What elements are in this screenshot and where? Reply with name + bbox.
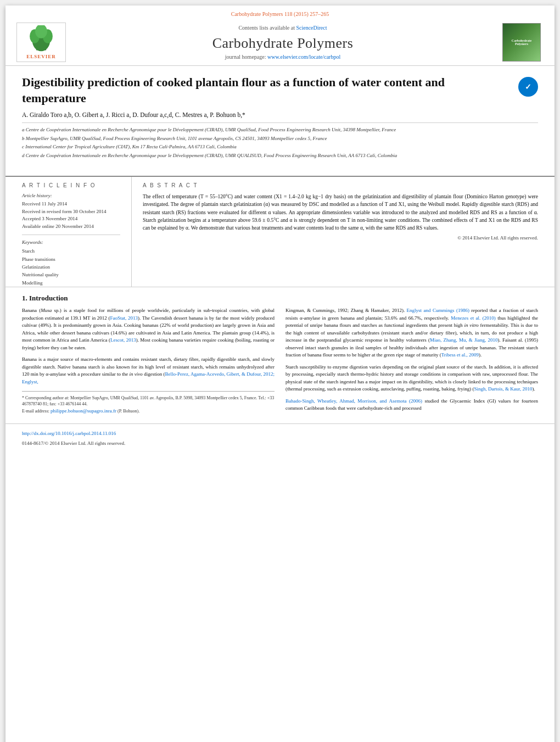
footnote-star: * Corresponding author at: Montpellier S… [22,395,275,407]
faostat-link[interactable]: FaoStat, 2013 [110,315,138,321]
footnote-email: E-mail address: philippe.bohuon@supagro.… [22,408,275,415]
intro-left-col: Banana (Musa sp.) is a staple food for m… [22,307,275,417]
journal-title: Carbohydrate Polymers [212,35,354,52]
history-label: Article history: [22,193,120,198]
article-info-panel: A R T I C L E I N F O Article history: R… [22,177,132,287]
page: Carbohydrate Polymers 118 (2015) 257–265… [5,5,555,742]
keyword-starch: Starch [22,247,120,255]
article-info-header: A R T I C L E I N F O [22,182,120,188]
intro-body: Banana (Musa sp.) is a staple food for m… [22,307,538,417]
intro-right-para-3: Bahado-Singh, Wheatley, Ahmad, Morrison,… [285,398,538,412]
intro-right-para-2: Starch susceptibility to enzyme digestio… [285,364,538,393]
abstract-panel: A B S T R A C T The effect of temperatur… [132,177,538,287]
elsevier-label: ELSEVIER [26,54,56,59]
doi-url[interactable]: http://dx.doi.org/10.1016/j.carbpol.2014… [22,431,116,436]
menezes-link[interactable]: Menezes et al. (2010) [451,315,496,321]
keyword-phase: Phase transitions [22,255,120,263]
affiliation-b: b Montpellier SupAgro, UMR QualiSud, Foo… [22,135,538,143]
article-history: Article history: Received 11 July 2014 R… [22,193,120,235]
singh-link[interactable]: Singh, Dartois, & Kaur, 2010 [474,386,533,392]
journal-thumbnail: Carbohydrate Polymers [500,23,544,62]
affiliation-d: d Centre de Coopération Internationale e… [22,152,538,160]
intro-para-2: Banana is a major source of macro-elemen… [22,356,275,386]
sciencedirect-link[interactable]: ScienceDirect [296,25,327,31]
introduction-section: 1. Introduction Banana (Musa sp.) is a s… [5,287,555,423]
article-title: Digestibility prediction of cooked plant… [22,75,512,106]
intro-para-1: Banana (Musa sp.) is a staple food for m… [22,307,275,352]
history-revised: Received in revised form 30 October 2014 [22,208,120,216]
elsevier-logo: ELSEVIER [16,23,66,62]
history-accepted: Accepted 3 November 2014 [22,215,120,223]
crossmark-icon: ✓ [525,82,531,92]
footnote-section: * Corresponding author at: Montpellier S… [22,391,275,414]
keywords-section: Keywords: Starch Phase transitions Gelat… [22,239,120,287]
authors-line: A. Giraldo Toro a,b, O. Gibert a, J. Ric… [22,111,538,118]
affiliation-c: c International Center for Tropical Agri… [22,143,538,151]
thumb-image: Carbohydrate Polymers [502,23,541,62]
journal-center-header: Contents lists available at ScienceDirec… [75,23,491,62]
journal-homepage: journal homepage: www.elsevier.com/locat… [225,54,340,60]
issn-line: 0144-8617/© 2014 Elsevier Ltd. All right… [22,440,125,446]
bello-link[interactable]: Bello-Perez, Agama-Acevedo, Gibert, & Du… [22,371,275,384]
section-title: 1. Introduction [22,294,538,303]
doi-section: http://dx.doi.org/10.1016/j.carbpol.2014… [5,423,555,449]
affiliations: a Centre de Coopération Internationale e… [22,122,538,159]
keyword-nutritional: Nutritional quality [22,271,120,278]
abstract-text: The effect of temperature (T = 55–120°C)… [143,193,538,232]
intro-right-para-1: Kingman, & Cummings, 1992; Zhang & Hamak… [285,307,538,359]
crossmark-badge[interactable]: ✓ [518,77,538,97]
miao-link[interactable]: Miao, Zhang, Mu, & Jiang, 2010 [430,337,497,343]
email-link[interactable]: philippe.bohuon@supagro.inra.fr [51,408,116,414]
copyright-line: © 2014 Elsevier Ltd. All rights reserved… [143,235,538,241]
lescot-link[interactable]: Lescot, 2013 [110,337,136,343]
intro-right-col: Kingman, & Cummings, 1992; Zhang & Hamak… [285,307,538,417]
article-header: Digestibility prediction of cooked plant… [5,66,555,174]
journal-banner: ELSEVIER Contents lists available at Sci… [5,19,555,66]
keyword-gelat: Gelatinization [22,263,120,271]
homepage-url[interactable]: www.elsevier.com/locate/carbpol [267,54,340,60]
affiliation-a: a Centre de Coopération Internationale e… [22,126,538,134]
bahado-link[interactable]: Bahado-Singh, Wheatley, Ahmad, Morrison,… [285,398,422,404]
keyword-modelling: Modelling [22,279,120,287]
tribess-link[interactable]: Tribess et al., 2009 [441,352,479,358]
history-received: Received 11 July 2014 [22,200,120,208]
history-online: Available online 20 November 2014 [22,223,120,231]
journal-reference: Carbohydrate Polymers 118 (2015) 257–265 [231,9,329,17]
englyst-link[interactable]: Englyst and Cummings (1986) [407,308,469,313]
abstract-header: A B S T R A C T [143,182,538,188]
article-info-abstract: A R T I C L E I N F O Article history: R… [5,176,555,287]
contents-line: Contents lists available at ScienceDirec… [238,25,327,31]
keywords-label: Keywords: [22,239,120,245]
